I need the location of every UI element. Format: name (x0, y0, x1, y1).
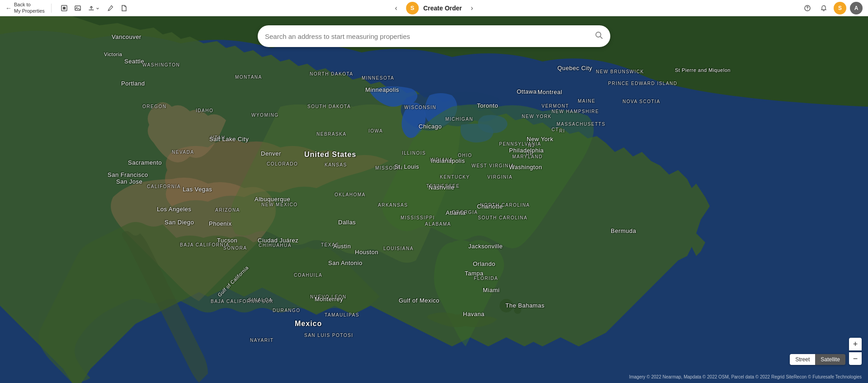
back-to-properties-link[interactable]: ← Back to My Properties (5, 2, 45, 14)
user-initials: S (838, 5, 842, 11)
search-icon[interactable] (595, 31, 603, 41)
search-input-container (258, 25, 610, 47)
help-icon-btn[interactable] (801, 2, 814, 14)
map-type-toggle: Street Satellite (790, 354, 845, 365)
map-controls: + − (849, 338, 862, 365)
map-svg (0, 16, 868, 383)
zoom-in-btn[interactable]: + (849, 338, 862, 350)
image-icon-btn[interactable] (71, 2, 84, 14)
create-order-label: Create Order (423, 5, 462, 12)
street-view-btn[interactable]: Street (790, 354, 815, 365)
upload-icon-btn[interactable] (85, 2, 103, 14)
admin-avatar[interactable]: A (850, 2, 863, 14)
user-avatar[interactable]: S (834, 2, 846, 14)
toolbar-icons (58, 2, 130, 14)
topbar-center: ‹ S Create Order › (391, 2, 477, 14)
zoom-out-btn[interactable]: − (849, 352, 862, 365)
admin-initials: A (854, 5, 859, 11)
file-icon-btn[interactable] (118, 2, 130, 14)
search-input[interactable] (265, 33, 595, 40)
next-step-btn[interactable]: › (467, 3, 477, 14)
svg-point-5 (807, 9, 807, 9)
back-arrow-icon: ← (5, 5, 12, 12)
topbar: ← Back to My Properties (0, 0, 868, 16)
map-container[interactable]: VancouverVictoriaSeattleWASHINGTONPortla… (0, 16, 868, 383)
back-label: Back to My Properties (14, 2, 45, 14)
map-attribution: Imagery © 2022 Nearmap, Mapdata © 2022 O… (629, 374, 862, 379)
brush-icon-btn[interactable] (104, 2, 117, 14)
svg-point-9 (596, 32, 601, 37)
svg-rect-1 (63, 7, 66, 9)
frame-icon-btn[interactable] (58, 2, 71, 14)
satellite-view-btn[interactable]: Satellite (815, 354, 845, 365)
step-indicator: S (406, 2, 419, 14)
bell-icon-btn[interactable] (817, 2, 830, 14)
topbar-left: ← Back to My Properties (5, 2, 130, 14)
search-bar (258, 25, 610, 47)
back-label-line1: Back to (14, 2, 31, 7)
svg-point-8 (514, 307, 521, 314)
back-label-line2: My Properties (14, 8, 45, 14)
topbar-right: S A (801, 2, 863, 14)
prev-step-btn[interactable]: ‹ (391, 3, 401, 14)
toolbar-divider-1 (51, 4, 52, 13)
svg-point-7 (500, 299, 513, 312)
